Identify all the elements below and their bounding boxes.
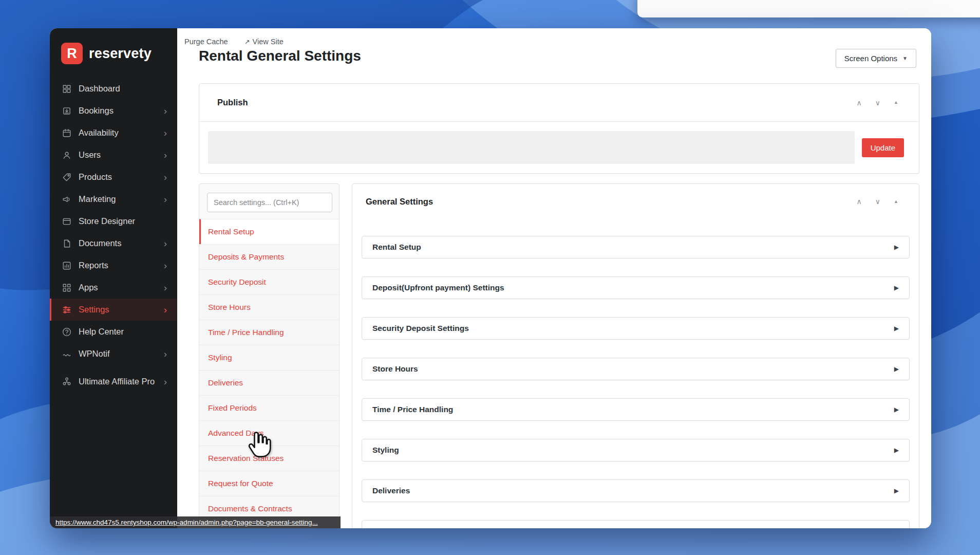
- move-up-icon[interactable]: ∧: [857, 99, 862, 106]
- purge-cache-link[interactable]: Purge Cache: [184, 38, 228, 46]
- accordion-row-deposit-upfront-payment-settings[interactable]: Deposit(Upfront payment) Settings▶: [362, 276, 910, 299]
- accordion-row-time-price-handling[interactable]: Time / Price Handling▶: [362, 398, 910, 421]
- settings-nav-item-rental-setup[interactable]: Rental Setup: [199, 219, 339, 244]
- settings-nav-item-label: Fixed Periods: [208, 403, 257, 413]
- panel-controls: ∧ ∨ ▲: [857, 99, 898, 106]
- publish-panel-body: Update: [199, 122, 919, 164]
- sidebar-item-label: Reports: [79, 260, 108, 271]
- settings-nav-item-label: Advanced Days: [208, 429, 264, 438]
- settings-nav-item-label: Security Deposit: [208, 278, 266, 287]
- status-url: https://www.chd47s5.rentyshop.com/wp-adm…: [50, 516, 341, 528]
- settings-nav-item-label: Styling: [208, 353, 232, 362]
- view-site-link[interactable]: ↗ View Site: [244, 38, 284, 46]
- move-down-icon[interactable]: ∨: [875, 198, 880, 205]
- app-window: R reservety DashboardBookings›Availabili…: [50, 28, 931, 528]
- update-button[interactable]: Update: [862, 138, 904, 157]
- settings-nav-item-time-price-handling[interactable]: Time / Price Handling: [199, 320, 339, 345]
- settings-nav-item-label: Time / Price Handling: [208, 328, 284, 337]
- external-link-icon: ↗: [244, 38, 250, 46]
- sidebar-item-users[interactable]: Users›: [50, 144, 177, 166]
- settings-nav-item-security-deposit[interactable]: Security Deposit: [199, 269, 339, 294]
- sidebar-item-apps[interactable]: Apps›: [50, 276, 177, 299]
- chevron-down-icon: ▼: [902, 55, 908, 61]
- users-icon: [62, 151, 71, 160]
- chevron-right-icon: ▶: [894, 244, 899, 251]
- settings-nav-item-label: Reservation Statuses: [208, 454, 284, 463]
- accordion-row-label: Time / Price Handling: [372, 405, 453, 414]
- sidebar-item-label: Marketing: [79, 194, 116, 205]
- accordion-row-deliveries[interactable]: Deliveries▶: [362, 479, 910, 502]
- sidebar-item-bookings[interactable]: Bookings›: [50, 100, 177, 122]
- accordion-row-rental-setup[interactable]: Rental Setup▶: [362, 236, 910, 258]
- sidebar-item-help-center[interactable]: Help Center: [50, 321, 177, 343]
- sidebar-item-dashboard[interactable]: Dashboard: [50, 78, 177, 100]
- apps-icon: [62, 283, 71, 292]
- sidebar-item-marketing[interactable]: Marketing›: [50, 188, 177, 210]
- move-down-icon[interactable]: ∨: [875, 99, 880, 106]
- sidebar-item-documents[interactable]: Documents›: [50, 232, 177, 254]
- accordion-row-label: Rental Setup: [372, 243, 421, 252]
- sidebar-item-label: Availability: [79, 127, 119, 138]
- sidebar-item-store-designer[interactable]: Store Designer: [50, 210, 177, 232]
- settings-nav-item-label: Store Hours: [208, 303, 251, 312]
- accordion-row-styling[interactable]: Styling▶: [362, 439, 910, 461]
- background-window: [637, 0, 980, 17]
- settings-nav-item-reservation-statuses[interactable]: Reservation Statuses: [199, 446, 339, 471]
- wpnotif-icon: [62, 349, 71, 359]
- accordion-row-label: Store Hours: [372, 364, 418, 374]
- screen-options-button[interactable]: Screen Options ▼: [836, 49, 916, 68]
- collapse-panel-icon[interactable]: ▲: [894, 199, 898, 204]
- sidebar-item-products[interactable]: Products›: [50, 166, 177, 188]
- help-icon: [62, 327, 71, 337]
- search-input[interactable]: [207, 193, 332, 212]
- accordion-row-partial[interactable]: [362, 520, 910, 528]
- accordion-row-label: Deliveries: [372, 486, 410, 495]
- publish-panel: Publish ∧ ∨ ▲ Update: [199, 83, 919, 174]
- chevron-right-icon: ›: [164, 128, 167, 138]
- sidebar-item-ultimate-affiliate-pro[interactable]: Ultimate Affiliate Pro›: [50, 365, 177, 398]
- view-site-label: View Site: [253, 38, 284, 46]
- chevron-right-icon: ›: [164, 305, 167, 314]
- settings-nav-item-label: Rental Setup: [208, 227, 254, 236]
- chevron-right-icon: ›: [164, 194, 167, 204]
- accordion-row-store-hours[interactable]: Store Hours▶: [362, 358, 910, 380]
- page-title: Rental General Settings: [199, 48, 361, 64]
- brand-logo-icon: R: [61, 43, 83, 64]
- accordion-row-security-deposit-settings[interactable]: Security Deposit Settings▶: [362, 317, 910, 340]
- settings-icon: [62, 305, 71, 314]
- settings-nav-item-deliveries[interactable]: Deliveries: [199, 370, 339, 395]
- settings-nav-item-label: Documents & Contracts: [208, 504, 292, 513]
- sidebar-item-label: Ultimate Affiliate Pro: [79, 376, 155, 387]
- settings-nav-item-request-for-quote[interactable]: Request for Quote: [199, 471, 339, 496]
- settings-nav-list: Rental SetupDeposits & PaymentsSecurity …: [199, 219, 339, 521]
- sidebar: R reservety DashboardBookings›Availabili…: [50, 28, 177, 528]
- sidebar-item-reports[interactable]: Reports›: [50, 254, 177, 276]
- chevron-right-icon: ▶: [894, 447, 899, 454]
- collapse-panel-icon[interactable]: ▲: [894, 100, 898, 105]
- settings-nav-item-styling[interactable]: Styling: [199, 345, 339, 370]
- accordion-row-label: Deposit(Upfront payment) Settings: [372, 283, 504, 292]
- sidebar-item-label: Documents: [79, 238, 121, 249]
- settings-nav-item-store-hours[interactable]: Store Hours: [199, 294, 339, 320]
- settings-nav-item-deposits-payments[interactable]: Deposits & Payments: [199, 244, 339, 269]
- chevron-right-icon: ▶: [894, 487, 899, 494]
- chevron-right-icon: ›: [164, 150, 167, 160]
- chevron-right-icon: ▶: [894, 365, 899, 373]
- sidebar-item-availability[interactable]: Availability›: [50, 122, 177, 144]
- settings-nav-item-advanced-days[interactable]: Advanced Days: [199, 420, 339, 446]
- move-up-icon[interactable]: ∧: [857, 198, 862, 205]
- sidebar-item-wpnotif[interactable]: WPNotif›: [50, 343, 177, 365]
- sidebar-item-label: Store Designer: [79, 216, 135, 227]
- calendar-icon: [62, 128, 71, 138]
- brand-logo[interactable]: R reservety: [50, 38, 177, 78]
- sidebar-item-label: Help Center: [79, 326, 124, 337]
- affiliate-icon: [62, 377, 71, 386]
- settings-nav-item-label: Deliveries: [208, 378, 243, 387]
- settings-nav-item-fixed-periods[interactable]: Fixed Periods: [199, 395, 339, 420]
- sidebar-item-settings[interactable]: Settings›: [50, 299, 177, 321]
- general-settings-title: General Settings: [366, 197, 433, 207]
- accordion-row-label: Styling: [372, 446, 399, 455]
- general-settings-header: General Settings ∧ ∨ ▲: [352, 184, 919, 219]
- chevron-right-icon: ›: [164, 349, 167, 359]
- sidebar-menu: DashboardBookings›Availability›Users›Pro…: [50, 78, 177, 398]
